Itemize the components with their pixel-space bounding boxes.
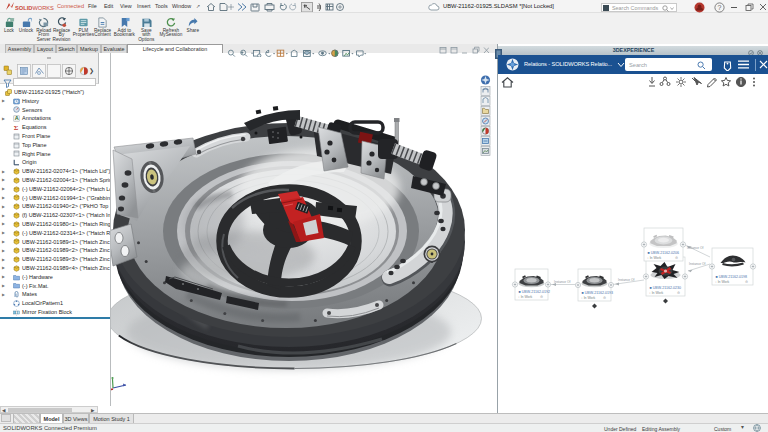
- svg-text:SOLIDWORKS: SOLIDWORKS: [15, 5, 54, 11]
- svg-text:A: A: [15, 116, 19, 122]
- svg-text:■ UBW-21162-0230: ■ UBW-21162-0230: [650, 286, 682, 290]
- svg-text:■ UBW-21162-0193: ■ UBW-21162-0193: [582, 291, 614, 295]
- svg-text:↓ In Work: ↓ In Work: [647, 256, 662, 260]
- svg-text:↓ In Work: ↓ In Work: [649, 291, 664, 295]
- svg-text:↓ In Work: ↓ In Work: [581, 296, 596, 300]
- svg-text:⚙: ⚙: [677, 291, 680, 295]
- svg-text:Instance Of: Instance Of: [554, 280, 570, 284]
- svg-text:?: ?: [718, 3, 722, 10]
- svg-text:Instance Of: Instance Of: [687, 246, 703, 250]
- svg-text:⚙: ⚙: [675, 256, 678, 260]
- svg-text:↓ In Work: ↓ In Work: [518, 295, 533, 299]
- svg-text:■ UBW-21162-0206: ■ UBW-21162-0206: [648, 251, 680, 255]
- svg-text:Instance Of: Instance Of: [618, 278, 634, 282]
- svg-text:■ UBW-21162-0198: ■ UBW-21162-0198: [716, 275, 748, 279]
- svg-text:Instance Of: Instance Of: [689, 262, 705, 266]
- svg-text:↓ In Work: ↓ In Work: [715, 280, 730, 284]
- svg-text:⚙: ⚙: [540, 295, 543, 299]
- svg-text:⚙: ⚙: [745, 280, 748, 284]
- svg-text:Σ: Σ: [14, 124, 19, 131]
- svg-text:⚙: ⚙: [603, 296, 606, 300]
- svg-text:■ UBW-21162-0192: ■ UBW-21162-0192: [519, 290, 551, 294]
